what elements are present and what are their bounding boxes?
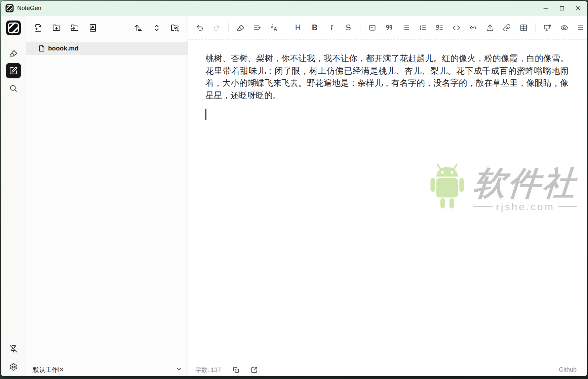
document-paragraph[interactable]: 桃树、杏树、梨树，你不让我，我不让你，都开满了花赶趟儿。红的像火，粉的像霞，白的… bbox=[205, 52, 569, 101]
workspace-selector[interactable]: 默认工作区 bbox=[26, 363, 188, 376]
horizontal-rule-button[interactable] bbox=[366, 22, 378, 33]
task-list-icon bbox=[436, 24, 443, 32]
highlighter-icon bbox=[237, 24, 244, 32]
external-link-icon bbox=[251, 367, 258, 373]
folder-plus-icon bbox=[52, 24, 61, 32]
italic-label: I bbox=[330, 24, 333, 32]
book-button[interactable] bbox=[87, 22, 99, 34]
new-folder-button[interactable] bbox=[50, 22, 63, 34]
sidebar-item-write[interactable] bbox=[6, 63, 21, 78]
code-block-button[interactable] bbox=[467, 22, 479, 33]
watermark-rule bbox=[473, 206, 493, 207]
sort-button[interactable] bbox=[132, 22, 145, 34]
minimize-button[interactable] bbox=[538, 2, 554, 14]
file-list: boook.md bbox=[26, 40, 188, 363]
editor-toolbar: x A H B I S bbox=[188, 16, 587, 40]
android-robot-icon bbox=[426, 163, 469, 216]
upload-button[interactable] bbox=[484, 22, 496, 33]
bullet-list-button[interactable] bbox=[400, 22, 411, 33]
toolbar-separator bbox=[228, 23, 229, 32]
editor-pane: x A H B I S bbox=[188, 16, 587, 376]
translate-icon: x A bbox=[270, 24, 278, 32]
redo-button[interactable] bbox=[211, 22, 222, 33]
quote-icon bbox=[385, 24, 393, 32]
sidebar-item-search[interactable] bbox=[6, 80, 21, 96]
italic-button[interactable]: I bbox=[326, 22, 337, 33]
empty-paragraph[interactable] bbox=[205, 108, 569, 120]
link-icon bbox=[503, 24, 511, 32]
titlebar: NoteGen bbox=[1, 1, 587, 16]
strikethrough-label: S bbox=[346, 24, 351, 32]
watermark-brand: 软件社 bbox=[472, 166, 578, 200]
undo-icon bbox=[196, 24, 204, 32]
redo-icon bbox=[213, 24, 221, 32]
link-button[interactable] bbox=[501, 22, 512, 33]
code-icon bbox=[453, 24, 460, 32]
notegen-logo-icon bbox=[5, 4, 14, 12]
sort-ascending-icon bbox=[134, 24, 143, 32]
new-file-button[interactable] bbox=[32, 22, 44, 34]
close-button[interactable] bbox=[570, 2, 586, 14]
folder-sync-button[interactable] bbox=[169, 22, 181, 34]
copy-icon bbox=[233, 367, 239, 373]
table-icon bbox=[520, 24, 527, 32]
status-bar: 字数: 137 Github bbox=[188, 363, 587, 376]
folder-input-icon bbox=[71, 24, 79, 32]
toolbar-separator bbox=[535, 23, 536, 32]
watermark-rule bbox=[558, 206, 577, 207]
square-pen-icon bbox=[9, 67, 17, 75]
bold-button[interactable]: B bbox=[309, 22, 320, 33]
sidebar-rail bbox=[1, 16, 26, 376]
maximize-icon bbox=[558, 5, 565, 12]
preview-button[interactable] bbox=[558, 22, 570, 33]
strikethrough-button[interactable]: S bbox=[343, 22, 354, 33]
editor-surface[interactable]: 桃树、杏树、梨树，你不让我，我不让你，都开满了花赶趟儿。红的像火，粉的像霞，白的… bbox=[188, 40, 587, 363]
inline-code-button[interactable] bbox=[450, 22, 462, 33]
watermark: 软件社 rjshe.com bbox=[426, 163, 577, 216]
search-icon bbox=[9, 84, 17, 92]
undo-button[interactable] bbox=[194, 22, 205, 33]
github-link[interactable]: Github bbox=[559, 366, 577, 373]
text-cursor bbox=[205, 109, 206, 120]
toolbar-separator bbox=[360, 23, 360, 32]
import-button[interactable] bbox=[69, 22, 81, 34]
chevrons-up-down-icon bbox=[153, 24, 161, 32]
heading-button[interactable]: H bbox=[292, 22, 304, 33]
table-button[interactable] bbox=[518, 22, 529, 33]
file-row-boook[interactable]: boook.md bbox=[26, 42, 188, 55]
rail-bottom bbox=[7, 342, 20, 374]
blockquote-button[interactable] bbox=[383, 22, 395, 33]
translate-button[interactable]: x A bbox=[268, 22, 280, 33]
file-actions-group bbox=[32, 22, 99, 34]
book-a-icon bbox=[89, 24, 97, 32]
toolbar-separator bbox=[286, 23, 286, 32]
editor-mode-button[interactable] bbox=[542, 22, 553, 33]
gear-icon bbox=[9, 363, 17, 371]
maximize-button[interactable] bbox=[554, 2, 570, 14]
eye-icon bbox=[560, 24, 568, 32]
word-count: 字数: 137 bbox=[195, 366, 221, 374]
ai-highlight-button[interactable] bbox=[235, 22, 246, 33]
open-external-button[interactable] bbox=[249, 365, 259, 375]
main-layout: boook.md 默认工作区 bbox=[1, 16, 587, 376]
file-name: boook.md bbox=[48, 45, 79, 52]
desktop-background: NoteGen bbox=[0, 0, 588, 379]
close-icon bbox=[575, 5, 582, 12]
outline-button[interactable] bbox=[575, 22, 587, 33]
notegen-logo-large-icon[interactable] bbox=[6, 20, 21, 36]
pin-toggle-button[interactable] bbox=[7, 342, 20, 355]
task-list-button[interactable] bbox=[434, 22, 445, 33]
workspace-label: 默认工作区 bbox=[33, 366, 65, 374]
watermark-domain: rjshe.com bbox=[496, 201, 555, 213]
expand-collapse-button[interactable] bbox=[151, 22, 163, 34]
app-window: NoteGen bbox=[1, 1, 587, 376]
ordered-list-button[interactable] bbox=[417, 22, 428, 33]
settings-button[interactable] bbox=[7, 360, 20, 374]
copy-button[interactable] bbox=[231, 365, 241, 375]
continue-writing-button[interactable] bbox=[251, 22, 263, 33]
file-panel: boook.md 默认工作区 bbox=[26, 16, 188, 376]
sidebar-item-record[interactable] bbox=[6, 45, 21, 61]
monitor-settings-icon bbox=[544, 24, 551, 32]
file-icon bbox=[38, 45, 45, 52]
upload-icon bbox=[486, 24, 494, 32]
